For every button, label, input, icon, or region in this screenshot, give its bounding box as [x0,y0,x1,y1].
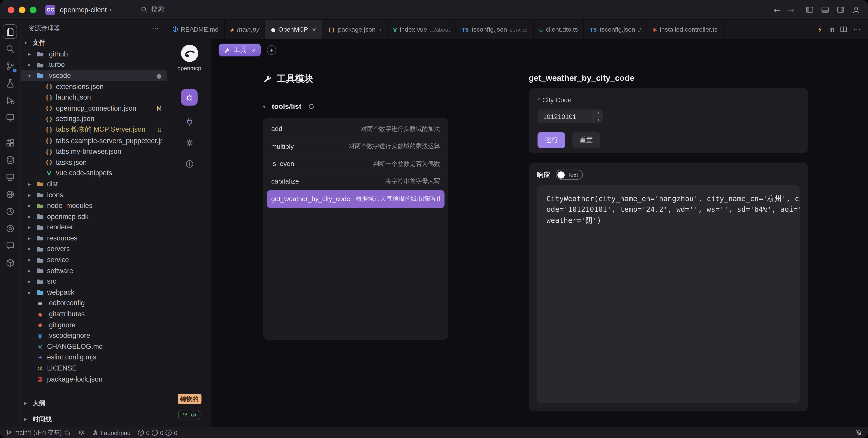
tree-item[interactable]: ◆ .gitignore [21,319,167,330]
target-circle-icon[interactable] [3,221,17,236]
add-tab-button[interactable]: + [267,45,276,55]
editor-tab[interactable]: {} package.json ./ [322,20,388,39]
tree-item[interactable]: ▸ renderer [21,222,167,233]
remote-explorer-icon[interactable] [3,170,17,184]
minimize-window-button[interactable] [19,6,25,13]
editor-tab[interactable]: V index.vue .../about [388,20,456,39]
navigate-back-button[interactable]: ← [774,5,780,14]
tree-item[interactable]: ▸ .github [21,49,167,60]
history-clock-icon[interactable] [3,204,17,218]
container-box-icon[interactable] [3,255,17,270]
editor-tab[interactable]: TS tsconfig.json service [456,20,533,39]
tab-close-icon[interactable]: × [312,25,316,33]
connection-status-badge[interactable] [178,410,200,420]
tree-item[interactable]: {} tabs.example-servers_puppeteer.json [21,135,167,146]
settings-gear-icon[interactable] [185,138,194,148]
problems-status[interactable]: ✕ 0 ! 0 i 0 [138,430,178,436]
tool-list-item[interactable]: is_even 判断一个整数是否为偶数 [267,155,444,173]
editor-tab[interactable]: ◈ main.py [225,20,266,39]
editor-tab[interactable]: ◇ client.dto.ts [533,20,584,39]
editor-tab[interactable]: ● OpenMCP × [266,20,322,39]
tree-item[interactable]: ✻ LICENSE [21,363,167,374]
refresh-icon[interactable] [308,103,315,110]
tree-item[interactable]: ▦ package-lock.json [21,374,167,384]
tool-list-item[interactable]: multiply 对两个数字进行实数域的乘法运算 [267,138,444,155]
tool-list-item[interactable]: add 对两个数字进行实数域的加法 [267,121,444,138]
account-icon[interactable] [852,5,860,14]
city-code-input[interactable] [537,109,593,123]
reset-button[interactable]: 重置 [572,132,600,148]
timeline-section-header[interactable]: ▸ 时间线 [21,411,167,427]
editor-tab[interactable]: TS tsconfig.json ./ [584,20,647,39]
liveshare-globe-icon[interactable] [3,187,17,201]
output-monitor-icon[interactable] [3,110,17,125]
comments-icon[interactable] [3,238,17,253]
tree-item[interactable]: ▸ .turbo [21,59,167,70]
database-icon[interactable] [3,153,17,167]
launchpad-status[interactable]: Launchpad [92,430,131,436]
toggle-secondary-sidebar-icon[interactable] [836,5,845,14]
connection-plug-icon[interactable] [185,117,194,127]
extensions-icon[interactable] [3,135,17,150]
debug-tools-button[interactable] [181,89,197,105]
author-badge[interactable]: 锦恢的 [178,394,201,404]
tree-item[interactable]: ▸ src [21,276,167,287]
tree-item[interactable]: ▸ icons [21,190,167,200]
more-actions-icon[interactable]: ⋯ [853,25,861,34]
info-icon[interactable] [185,159,194,169]
tree-item[interactable]: ▸ node_modules [21,200,167,211]
close-window-button[interactable] [8,6,14,13]
outline-section-header[interactable]: ▸ 大纲 [21,395,167,411]
tool-list-item[interactable]: capitalize 将字符串首字母大写 [267,173,444,190]
tree-item[interactable]: {} launch.json [21,92,167,103]
notifications-muted-icon[interactable] [855,429,863,436]
run-debug-icon[interactable] [3,93,17,107]
tree-item[interactable]: ≡ .editorconfig [21,298,167,309]
tree-item[interactable]: ▣ .vscodeignore [21,330,167,341]
run-button[interactable]: 运行 [537,132,565,148]
response-mode-toggle[interactable]: Text [556,170,583,180]
sync-icon[interactable] [64,430,70,436]
layers-status[interactable] [78,430,84,436]
tree-item[interactable]: ◆ .gitattributes [21,309,167,319]
tree-item[interactable]: ✦ eslint.config.mjs [21,352,167,363]
stepper-down-icon[interactable]: ▾ [594,117,603,123]
tree-item[interactable]: ▸ servers [21,244,167,255]
tree-item[interactable]: {} settings.json [21,113,167,125]
global-search-button[interactable]: 搜索 [135,3,170,16]
tree-item[interactable]: ▸ software [21,265,167,276]
more-actions-icon[interactable]: ⋯ [152,24,159,33]
git-branch-status[interactable]: main*! (正在变基) [5,429,70,437]
tree-item[interactable]: {} tasks.json [21,157,167,168]
tree-item[interactable]: ▸ dist [21,178,167,190]
response-output[interactable]: CityWeather(city_name_en='hangzhou', cit… [537,185,800,403]
editor-tab[interactable]: ⓘ README.md [167,20,225,39]
navigate-forward-button[interactable]: → [788,5,795,14]
tools-tab-pill[interactable]: 工具 × [219,43,260,56]
source-control-icon[interactable] [3,59,17,73]
stepper-up-icon[interactable]: ▴ [594,109,603,117]
sync-alert-icon[interactable] [817,26,824,33]
tree-item[interactable]: ▸ webpack [21,287,167,298]
editor-tab[interactable]: ✱ installed.controller.ts [647,20,723,39]
tree-item[interactable]: {} tabs.锦恢的 MCP Server.json U [21,125,167,135]
tree-item[interactable]: ▸ resources [21,233,167,244]
tree-item[interactable]: V vue.code-snippets [21,168,167,178]
tree-item[interactable]: {} tabs.my-browser.json [21,146,167,157]
tree-item[interactable]: {} openmcp_connection.json M [21,103,167,113]
split-editor-icon[interactable] [840,26,847,33]
testing-beaker-icon[interactable] [3,76,17,90]
maximize-window-button[interactable] [30,6,36,13]
search-view-icon[interactable] [3,41,17,56]
workspace-title[interactable]: openmcp-client [60,6,107,13]
tool-list-item[interactable]: get_weather_by_city_code 根据城市天气预报的城市编码 (… [267,190,444,207]
close-icon[interactable]: × [252,46,256,54]
tree-item[interactable]: {} extensions.json [21,81,167,92]
tree-item[interactable]: ▸ service [21,255,167,265]
tree-item[interactable]: ◎ CHANGELOG.md [21,341,167,352]
toggle-sidebar-icon[interactable] [805,5,814,14]
tree-item[interactable]: ▾ .vscode ● [21,70,167,81]
explorer-icon[interactable] [3,24,17,39]
files-section-header[interactable]: ▾ 文件 [21,37,167,49]
tools-list-group[interactable]: ▾ tools/list [263,102,448,111]
